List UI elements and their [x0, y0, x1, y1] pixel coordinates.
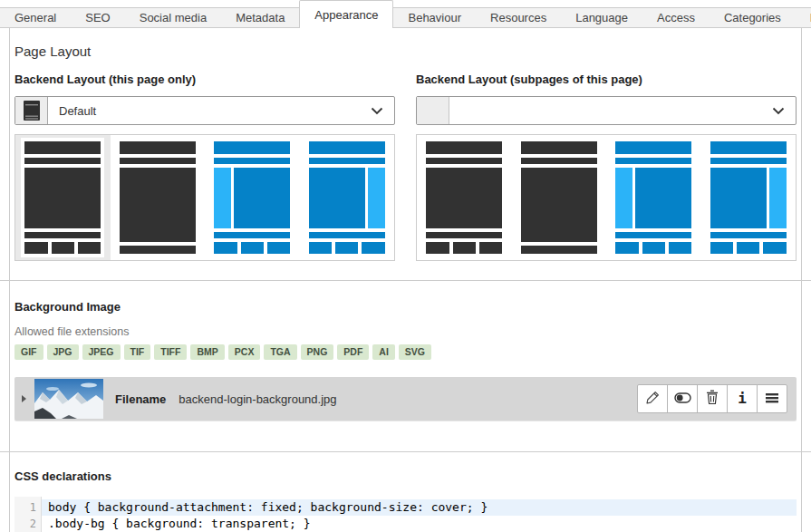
- layout-previews-subpages: [416, 134, 797, 261]
- menu-icon: [765, 392, 779, 407]
- extension-badge: TGA: [264, 344, 296, 360]
- tab-resources[interactable]: Resources: [476, 7, 561, 27]
- code-line: body { background-attachment: fixed; bac…: [42, 499, 797, 516]
- tab-metadata[interactable]: Metadata: [221, 7, 299, 27]
- toggle-visibility-icon: [674, 392, 691, 406]
- expand-caret-icon[interactable]: [22, 395, 26, 402]
- backend-layout-this-page-select[interactable]: Default: [14, 96, 395, 125]
- css-declarations-title: CSS declarations: [14, 469, 797, 484]
- line-number: 2: [14, 516, 36, 532]
- backend-layout-subpages-column: Backend Layout (subpages of this page): [416, 73, 797, 261]
- tab-access[interactable]: Access: [642, 7, 710, 27]
- extension-badge: PNG: [301, 344, 334, 360]
- extension-badge: JPEG: [82, 344, 121, 360]
- info-icon: i: [738, 392, 747, 406]
- tab-social-media[interactable]: Social media: [125, 7, 221, 27]
- info-button[interactable]: i: [727, 384, 758, 413]
- extension-badge: BMP: [190, 344, 224, 360]
- tab-appearance[interactable]: Appearance: [299, 0, 393, 28]
- section-divider: [0, 451, 811, 452]
- extension-badge: TIF: [124, 344, 151, 360]
- tab-general[interactable]: General: [0, 7, 71, 27]
- layout-previews-this-page: [14, 134, 395, 261]
- filename-label: Filename: [115, 392, 166, 406]
- layout-icon: [15, 97, 48, 124]
- extension-badge: SVG: [399, 344, 431, 360]
- toggle-visibility-button[interactable]: [667, 384, 698, 413]
- section-divider: [0, 280, 811, 281]
- layout-option-right-sidebar[interactable]: [701, 135, 797, 260]
- tab-behaviour[interactable]: Behaviour: [393, 7, 476, 27]
- edit-button[interactable]: [637, 384, 668, 413]
- page-layout-title: Page Layout: [14, 43, 797, 60]
- tab-seo[interactable]: SEO: [71, 7, 124, 27]
- appearance-tab-panel: Page Layout Backend Layout (this page on…: [9, 28, 802, 532]
- file-record-row: Filename backend-login-background.jpg: [14, 377, 797, 421]
- extension-badge: PCX: [228, 344, 261, 360]
- allowed-extensions-label: Allowed file extensions: [14, 325, 797, 339]
- backend-layout-subpages-value: [449, 97, 761, 124]
- layout-option-header-content[interactable]: [512, 135, 607, 260]
- layout-option-right-sidebar[interactable]: [300, 135, 395, 260]
- layout-option-header-content[interactable]: [111, 135, 206, 260]
- delete-button[interactable]: [697, 384, 728, 413]
- extension-badge: TIFF: [154, 344, 187, 360]
- empty-addon: [417, 97, 449, 124]
- editor-code-area[interactable]: body { background-attachment: fixed; bac…: [42, 497, 797, 532]
- backend-layout-this-page-value: Default: [48, 97, 360, 124]
- file-thumbnail-mountains: [34, 379, 103, 419]
- allowed-extensions-badges: GIF JPG JPEG TIF TIFF BMP PCX TGA PNG PD…: [14, 344, 797, 360]
- background-image-title: Background Image: [14, 300, 797, 314]
- code-line: .body-bg { background: transparent; }: [42, 516, 797, 532]
- backend-layout-this-page-column: Backend Layout (this page only) Default: [14, 73, 395, 261]
- trash-icon: [705, 390, 719, 408]
- css-code-editor[interactable]: 1 2 body { background-attachment: fixed;…: [14, 497, 797, 532]
- layout-option-left-sidebar[interactable]: [205, 135, 300, 260]
- chevron-down-icon: [360, 97, 394, 124]
- editor-line-numbers: 1 2: [14, 497, 42, 532]
- tab-bar: General SEO Social media Metadata Appear…: [0, 0, 811, 28]
- extension-badge: AI: [372, 344, 395, 360]
- backend-layout-subpages-label: Backend Layout (subpages of this page): [416, 73, 797, 87]
- layout-option-header-content-footer[interactable]: [15, 135, 111, 260]
- menu-button[interactable]: [757, 384, 787, 413]
- extension-badge: PDF: [337, 344, 369, 360]
- filename-value: backend-login-background.jpg: [179, 392, 336, 406]
- tab-notes[interactable]: Notes: [796, 7, 811, 27]
- tab-language[interactable]: Language: [561, 7, 642, 27]
- chevron-down-icon: [761, 97, 796, 124]
- layout-option-header-content-footer[interactable]: [417, 135, 512, 260]
- backend-layout-subpages-select[interactable]: [416, 96, 797, 125]
- backend-layout-this-page-label: Backend Layout (this page only): [14, 73, 395, 87]
- pencil-icon: [645, 391, 660, 408]
- file-actions: i: [637, 384, 787, 413]
- layout-option-left-sidebar[interactable]: [606, 135, 701, 260]
- tab-categories[interactable]: Categories: [710, 7, 796, 27]
- line-number: 1: [14, 499, 36, 516]
- extension-badge: JPG: [47, 344, 79, 360]
- extension-badge: GIF: [14, 344, 43, 360]
